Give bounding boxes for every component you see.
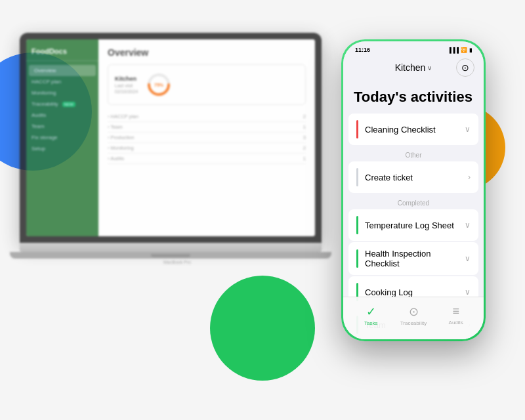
sidebar-item-fix-storage[interactable]: Fix storage — [26, 132, 98, 143]
avatar-icon: ⊙ — [461, 62, 469, 73]
sidebar-logo: FoodDocs — [26, 45, 98, 61]
list-item-create-ticket[interactable]: Create ticket › — [348, 161, 478, 193]
ticket-color-bar — [356, 168, 358, 186]
link-monitoring[interactable]: › Monitoring 2 — [108, 143, 306, 154]
laptop-container: FoodDocs Overview HACCP plan Monitoring … — [20, 33, 335, 308]
sidebar-fix-label: Fix storage — [32, 135, 58, 140]
phone-header: Kitchen ∨ ⊙ — [343, 56, 484, 82]
card-heading: Kitchen — [115, 75, 138, 82]
temp-log-color-bar — [356, 216, 358, 234]
card-last-visit-value: 02/10/2024 — [115, 89, 138, 94]
status-bar: 11:16 ▐▐▐ 🛜 ▮ — [343, 41, 484, 56]
health-inspection-chevron-icon: ∨ — [465, 254, 471, 263]
sidebar-item-traceability[interactable]: Traceability NEW — [26, 98, 98, 110]
sidebar-item-haccp[interactable]: HACCP plan — [26, 76, 98, 87]
link-haccp-label: › HACCP plan — [108, 114, 138, 119]
tab-bar: ✓ Tasks ⊙ Traceability ≡ Audits — [343, 297, 484, 339]
traceability-tab-label: Traceability — [400, 320, 427, 326]
cleaning-chevron-icon: ∨ — [465, 125, 471, 134]
link-haccp[interactable]: › HACCP plan 2 — [108, 112, 306, 122]
ticket-chevron-icon: › — [468, 173, 471, 182]
link-production-value: 3 — [303, 135, 306, 140]
card-last-visit-label: Last visit — [115, 83, 138, 88]
phone-screen: 11:16 ▐▐▐ 🛜 ▮ Kitchen ∨ ⊙ — [343, 41, 484, 339]
phone-location-label: Kitchen — [395, 62, 426, 73]
phone-location-title[interactable]: Kitchen ∨ — [395, 62, 432, 73]
cooking-log-chevron-icon: ∨ — [465, 287, 471, 297]
traceability-badge: NEW — [62, 102, 75, 107]
cleaning-color-bar — [356, 120, 358, 138]
decorative-circle-green — [210, 276, 315, 381]
cooking-log-label: Cooking Log — [365, 287, 465, 297]
link-production-label: › Production — [108, 135, 134, 140]
link-haccp-value: 2 — [303, 114, 306, 119]
list-item-temperature-log[interactable]: Temperature Log Sheet ∨ — [348, 209, 478, 241]
status-icons: ▐▐▐ 🛜 ▮ — [448, 47, 472, 53]
laptop-sidebar: FoodDocs Overview HACCP plan Monitoring … — [26, 39, 98, 236]
link-team-value: 1 — [303, 124, 306, 130]
link-team-label: › Team — [108, 124, 123, 130]
overview-card: Kitchen Last visit 02/10/2024 75% — [108, 64, 306, 105]
health-inspection-color-bar — [356, 249, 358, 268]
list-item-health-inspection[interactable]: Health Inspection Checklist ∨ — [348, 242, 478, 275]
battery-icon: ▮ — [469, 47, 472, 53]
sidebar-setup-label: Setup — [32, 146, 45, 152]
link-audits-value: 1 — [303, 156, 306, 161]
link-monitoring-value: 2 — [303, 145, 306, 151]
health-inspection-label: Health Inspection Checklist — [365, 249, 465, 268]
sidebar-haccp-label: HACCP plan — [32, 79, 61, 85]
link-team[interactable]: › Team 1 — [108, 122, 306, 133]
progress-donut: 75% — [146, 72, 172, 98]
overview-links: › HACCP plan 2 › Team 1 › Production 3 ›… — [108, 112, 306, 164]
signal-icon: ▐▐▐ — [448, 47, 459, 53]
laptop-screen: FoodDocs Overview HACCP plan Monitoring … — [20, 33, 322, 243]
list-item-cleaning[interactable]: Cleaning Checklist ∨ — [348, 114, 478, 145]
sidebar-item-setup[interactable]: Setup — [26, 143, 98, 154]
svg-text:75%: 75% — [154, 83, 164, 87]
overview-title: Overview — [108, 47, 306, 58]
link-audits[interactable]: › Audits 1 — [108, 154, 306, 164]
link-production[interactable]: › Production 3 — [108, 133, 306, 143]
section-label-completed: Completed — [343, 194, 484, 209]
sidebar-overview-label: Overview — [34, 68, 56, 74]
laptop-notch — [151, 254, 190, 257]
sidebar-traceability-label: Traceability — [32, 101, 58, 107]
ticket-label: Create ticket — [365, 173, 468, 182]
laptop-base — [20, 243, 322, 252]
status-time: 11:16 — [355, 47, 370, 53]
sidebar-monitoring-label: Monitoring — [32, 90, 56, 96]
section-label-other: Other — [343, 146, 484, 161]
sidebar-item-audits[interactable]: Audits — [26, 110, 98, 121]
activities-title: Today's activities — [343, 82, 484, 114]
location-chevron-icon: ∨ — [427, 64, 432, 72]
audits-tab-label: Audits — [449, 320, 463, 326]
laptop-bottom — [10, 252, 331, 259]
sidebar-audits-label: Audits — [32, 112, 46, 118]
tab-tasks[interactable]: ✓ Tasks — [350, 304, 392, 326]
tab-audits[interactable]: ≡ Audits — [434, 304, 477, 326]
phone-container: 11:16 ▐▐▐ 🛜 ▮ Kitchen ∨ ⊙ — [341, 39, 486, 341]
tasks-tab-label: Tasks — [364, 320, 377, 326]
sidebar-item-monitoring[interactable]: Monitoring — [26, 87, 98, 98]
tasks-tab-icon: ✓ — [366, 304, 376, 319]
sidebar-item-overview[interactable]: Overview — [29, 65, 96, 76]
laptop-main-content: Overview Kitchen Last visit 02/10/2024 7… — [98, 39, 315, 236]
temp-log-label: Temperature Log Sheet — [365, 220, 465, 230]
temp-log-chevron-icon: ∨ — [465, 220, 471, 230]
link-audits-label: › Audits — [108, 156, 124, 161]
cleaning-label: Cleaning Checklist — [365, 125, 465, 135]
link-monitoring-label: › Monitoring — [108, 145, 134, 151]
laptop-screen-inner: FoodDocs Overview HACCP plan Monitoring … — [26, 39, 315, 236]
sidebar-team-label: Team — [32, 123, 45, 129]
tab-traceability[interactable]: ⊙ Traceability — [392, 304, 435, 326]
card-text: Kitchen Last visit 02/10/2024 — [115, 75, 138, 94]
traceability-tab-icon: ⊙ — [409, 304, 419, 319]
audits-tab-icon: ≡ — [452, 304, 459, 318]
phone-outer-shell: 11:16 ▐▐▐ 🛜 ▮ Kitchen ∨ ⊙ — [341, 39, 486, 341]
wifi-icon: 🛜 — [461, 47, 467, 53]
sidebar-item-team[interactable]: Team — [26, 121, 98, 132]
avatar[interactable]: ⊙ — [456, 58, 474, 77]
macbook-label: MacBook Pro — [20, 260, 335, 264]
